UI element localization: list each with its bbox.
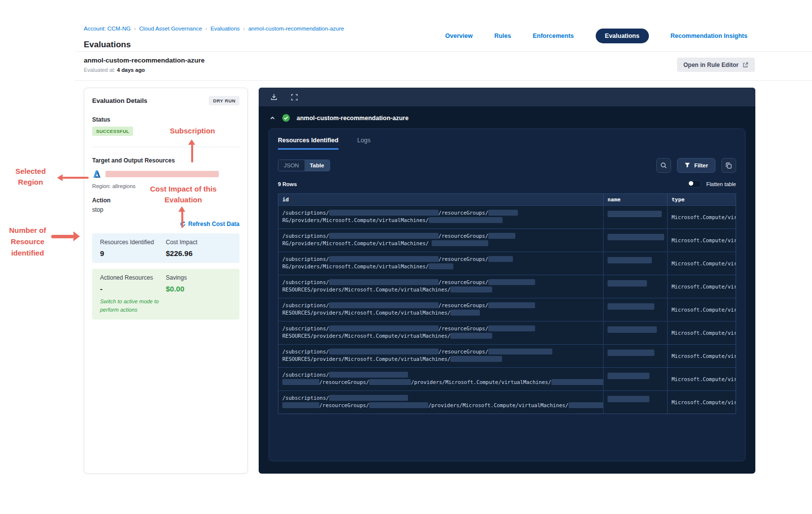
id-text: /resourceGroups/ (439, 302, 488, 308)
id-line: /subscriptions/ (282, 394, 599, 402)
id-text: /resourceGroups/ (439, 349, 488, 354)
download-icon[interactable] (270, 93, 278, 101)
table-row: /subscriptions//resourceGroups/RESOURCES… (278, 275, 736, 298)
flatten-table-label: Flatten table (706, 181, 736, 187)
actioned-resources-label: Actioned Resources (100, 274, 166, 281)
breadcrumb-item[interactable]: Account: CCM-NG (84, 26, 131, 32)
open-rule-editor-button[interactable]: Open in Rule Editor (677, 58, 755, 72)
redacted-value (282, 379, 319, 385)
breadcrumb-item[interactable]: Cloud Asset Governance (139, 26, 202, 32)
redacted-name (608, 396, 649, 402)
tab-logs[interactable]: Logs (357, 137, 371, 150)
redacted-value (488, 349, 552, 354)
breadcrumb-item[interactable]: anmol-custom-recommendation-azure (248, 26, 344, 32)
id-text: /providers/Microsoft.Compute/virtualMach… (428, 402, 568, 408)
fullscreen-icon[interactable] (291, 94, 298, 101)
nav-item-enforcements[interactable]: Enforcements (533, 32, 574, 39)
id-text: /providers/Microsoft.Compute/virtualMach… (411, 379, 551, 385)
id-line: /resourceGroups//providers/Microsoft.Com… (282, 379, 599, 386)
redacted-value (329, 372, 408, 378)
view-toggle-json[interactable]: JSON (278, 160, 304, 171)
annotation-cost-arrowline (181, 211, 183, 228)
column-header-type: type (667, 194, 736, 205)
status-label: Status (92, 116, 239, 123)
table-header: idnametype (278, 194, 736, 205)
nav-item-rules[interactable]: Rules (494, 32, 511, 39)
id-text: RG/providers/Microsoft.Compute/virtualMa… (282, 240, 432, 246)
redacted-value (329, 210, 439, 216)
id-line: /resourceGroups//providers/Microsoft.Com… (282, 402, 599, 409)
redacted-value (329, 233, 439, 239)
column-header-name: name (603, 194, 667, 205)
cell-id: /subscriptions//resourceGroups//provider… (278, 391, 603, 414)
id-line: /subscriptions/ (282, 371, 599, 379)
table-row: /subscriptions//resourceGroups//provider… (278, 367, 736, 390)
id-text: /resourceGroups/ (439, 233, 488, 239)
redacted-name (608, 211, 662, 217)
annotation-subscription: Subscription (157, 126, 228, 136)
toggle-knob (689, 181, 693, 186)
result-detail-card: Resources IdentifiedLogs JSONTable Filte… (269, 128, 745, 461)
flatten-table-toggle[interactable] (688, 180, 701, 188)
id-line: RESOURCES/providers/Microsoft.Compute/vi… (282, 355, 599, 363)
cell-id: /subscriptions//resourceGroups/RG/provid… (278, 229, 603, 252)
filter-button[interactable]: Filter (677, 158, 715, 173)
action-value: stop (92, 206, 239, 213)
results-panel: anmol-custom-recommendation-azure Resour… (259, 88, 755, 474)
breadcrumb-item[interactable]: Evaluations (210, 26, 239, 32)
id-line: RG/providers/Microsoft.Compute/virtualMa… (282, 263, 599, 270)
filter-label: Filter (694, 162, 708, 168)
resources-identified-value: 9 (100, 249, 166, 257)
id-text: RESOURCES/providers/Microsoft.Compute/vi… (282, 310, 450, 316)
id-text: /subscriptions/ (282, 233, 329, 239)
redacted-name (608, 303, 654, 310)
cell-id: /subscriptions//resourceGroups/RESOURCES… (278, 321, 603, 344)
cell-id: /subscriptions//resourceGroups/RESOURCES… (278, 345, 603, 367)
nav-item-recommendation-insights[interactable]: Recommendation Insights (671, 32, 747, 39)
target-resources-label: Target and Output Resources (92, 157, 239, 164)
search-icon (660, 162, 667, 169)
id-text: /subscriptions/ (282, 395, 329, 401)
success-check-icon (282, 114, 290, 122)
view-toggle: JSONTable (278, 160, 330, 171)
search-button[interactable] (656, 158, 671, 173)
redacted-value (450, 310, 480, 316)
cell-type: Microsoft.Compute/virtualMachines (667, 391, 736, 414)
id-text: /resourceGroups/ (439, 279, 488, 285)
evaluated-at: Evaluated at:4 days ago (84, 67, 145, 73)
annotation-resource-count: Number of Resource identified (0, 225, 55, 258)
table-row: /subscriptions//resourceGroups/RESOURCES… (278, 344, 736, 367)
id-text: /subscriptions/ (282, 256, 329, 262)
id-line: RESOURCES/providers/Microsoft.Compute/vi… (282, 286, 599, 293)
nav-item-overview[interactable]: Overview (445, 32, 473, 39)
id-text: /resourceGroups/ (439, 256, 488, 262)
evaluation-details-card: Evaluation Details DRY RUN Status SUCCES… (84, 88, 248, 474)
actioned-resources-value: - (100, 285, 166, 293)
redacted-value (329, 256, 439, 262)
refresh-cost-data-link[interactable]: Refresh Cost Data (180, 221, 239, 227)
id-text: /subscriptions/ (282, 325, 329, 331)
redacted-name (608, 350, 654, 356)
chevron-up-icon[interactable] (270, 115, 275, 121)
result-header-row[interactable]: anmol-custom-recommendation-azure (259, 106, 755, 128)
result-title: anmol-custom-recommendation-azure (297, 115, 408, 122)
annotation-selected-region: Selected Region (3, 166, 58, 188)
table-row: /subscriptions//resourceGroups/RG/provid… (278, 228, 736, 252)
breadcrumb-separator: › (243, 26, 245, 32)
copy-button[interactable] (721, 158, 736, 173)
resources-identified-label: Resources Identified (100, 239, 166, 246)
table-row: /subscriptions//resourceGroups//provider… (278, 390, 736, 414)
cell-type: Microsoft.Compute/virtualMachines (667, 275, 736, 298)
status-badge: SUCCESSFUL (92, 127, 133, 136)
tab-resources-identified[interactable]: Resources Identified (278, 137, 338, 150)
table-row: /subscriptions//resourceGroups/RESOURCES… (278, 298, 736, 321)
view-toggle-table[interactable]: Table (304, 160, 330, 171)
redacted-name (608, 373, 649, 379)
id-line: /subscriptions//resourceGroups/ (282, 325, 599, 332)
cost-impact-value: $226.96 (166, 249, 232, 257)
redacted-name (608, 234, 664, 240)
id-text: RESOURCES/providers/Microsoft.Compute/vi… (282, 333, 450, 339)
nav-item-evaluations[interactable]: Evaluations (596, 29, 649, 43)
cell-type: Microsoft.Compute/virtualMachines (667, 321, 736, 344)
cell-name (603, 229, 667, 252)
